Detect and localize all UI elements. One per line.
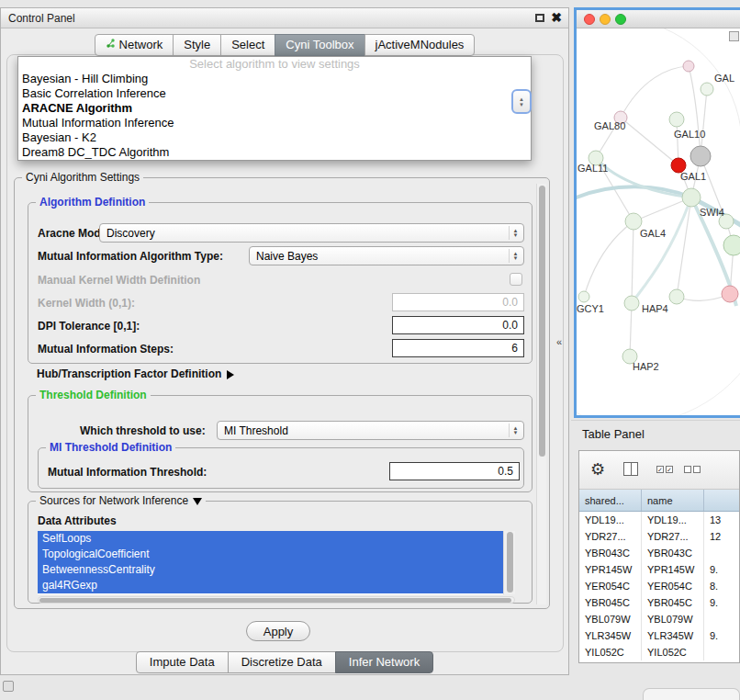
cell: YER054C <box>579 578 642 594</box>
node[interactable] <box>669 289 684 304</box>
node-gal10[interactable] <box>669 112 684 127</box>
mi-type-select[interactable]: Naive Bayes ▲▼ <box>249 246 524 265</box>
cell: 9. <box>704 594 739 611</box>
select-all-icon[interactable]: ✓✓ <box>656 466 673 473</box>
attribute-list-vscrollbar[interactable] <box>503 531 515 594</box>
algorithm-option-basic-correlation-inference[interactable]: Basic Correlation Inference <box>18 86 531 101</box>
cell: YBR043C <box>579 545 642 561</box>
divider <box>571 420 740 421</box>
cell <box>704 611 739 627</box>
bottom-tab-discretize-data[interactable]: Discretize Data <box>228 651 336 673</box>
tab-network[interactable]: Network <box>95 34 174 56</box>
apply-button[interactable]: Apply <box>246 621 310 641</box>
attribute-item-betweennesscentrality[interactable]: BetweennessCentrality <box>38 562 503 578</box>
float-window-icon[interactable] <box>535 14 544 22</box>
node-label: GAL4 <box>640 228 666 239</box>
node-label: GAL1 <box>680 171 706 182</box>
which-threshold-label: Which threshold to use: <box>80 424 206 437</box>
aracne-mode-select[interactable]: Discovery ▲▼ <box>99 223 524 243</box>
network-window-titlebar <box>577 10 740 28</box>
minimize-traffic-light-icon[interactable] <box>600 14 611 25</box>
node-label: HAP4 <box>642 303 668 314</box>
algorithm-option-mutual-information-inference[interactable]: Mutual Information Inference <box>18 116 531 130</box>
table-row[interactable]: YIL052CYIL052C <box>579 644 739 660</box>
kernel-width-input[interactable]: 0.0 <box>392 293 524 311</box>
cell: YLR345W <box>579 627 642 644</box>
dpi-tolerance-input[interactable]: 0.0 <box>392 316 524 334</box>
close-traffic-light-icon[interactable] <box>584 14 595 25</box>
zoom-traffic-light-icon[interactable] <box>615 14 626 25</box>
tab-jactivemnodules[interactable]: jActiveMNodules <box>364 34 476 56</box>
table-panel-window: ⚙ ✓✓ shared...name YDL19...YDL19...13YDR… <box>578 450 740 663</box>
node[interactable] <box>683 61 694 72</box>
sources-group-toggle[interactable]: Sources for Network Inference <box>36 494 206 507</box>
algorithm-select-stepper[interactable]: ▲▼ <box>511 89 532 114</box>
hub-section-toggle[interactable]: Hub/Transcription Factor Definition <box>37 367 234 380</box>
network-canvas[interactable]: GALGAL80GAL10GAL11GAL1SWI4GAL4GCY1HAP4HA… <box>577 28 740 415</box>
column-header[interactable]: name <box>642 490 704 511</box>
group-title: Cyni Algorithm Settings <box>22 171 143 184</box>
bottom-tab-infer-network[interactable]: Infer Network <box>335 651 433 673</box>
column-header[interactable]: shared... <box>579 490 642 511</box>
dropdown-items: Bayesian - Hill ClimbingBasic Correlatio… <box>18 72 531 160</box>
attribute-item-topologicalcoefficient[interactable]: TopologicalCoefficient <box>38 547 503 562</box>
manual-kernel-label: Manual Kernel Width Definition <box>38 274 200 287</box>
close-icon[interactable]: ✖ <box>551 10 562 25</box>
which-threshold-select[interactable]: MI Threshold ▲▼ <box>217 421 524 440</box>
node-gal1[interactable] <box>682 188 701 207</box>
node[interactable] <box>690 146 711 166</box>
hub-section-label: Hub/Transcription Factor Definition <box>37 367 221 380</box>
tab-select[interactable]: Select <box>220 34 275 56</box>
manual-kernel-checkbox[interactable] <box>510 273 522 286</box>
algorithm-option-bayesian-k2[interactable]: Bayesian - K2 <box>18 130 531 145</box>
collapsed-arrow-icon <box>227 370 234 379</box>
algorithm-option-dream8-dc-tdc-algorithm[interactable]: Dream8 DC_TDC Algorithm <box>18 145 531 160</box>
bottom-tab-impute-data[interactable]: Impute Data <box>136 651 229 673</box>
cell: 9. <box>704 627 739 644</box>
node[interactable] <box>722 286 738 302</box>
gear-icon[interactable]: ⚙ <box>590 459 605 480</box>
cell: YBR045C <box>579 594 642 611</box>
cell: YBR045C <box>642 594 704 611</box>
bottom-right-scrollbar[interactable] <box>643 688 740 700</box>
table-row[interactable]: YPR145WYPR145W9. <box>579 561 739 578</box>
node-gcy1[interactable] <box>578 291 589 302</box>
group-title: Algorithm Definition <box>36 196 149 209</box>
table-row[interactable]: YLR345WYLR345W9. <box>579 627 739 644</box>
node-gal[interactable] <box>701 83 713 96</box>
attribute-item-selfloops[interactable]: SelfLoops <box>38 531 503 547</box>
node[interactable] <box>723 235 740 255</box>
edge <box>689 66 701 156</box>
cell: YER054C <box>642 578 704 594</box>
mi-threshold-input[interactable]: 0.5 <box>389 462 520 480</box>
settings-scrollbar[interactable] <box>536 184 546 604</box>
network-view-window[interactable]: GALGAL80GAL10GAL11GAL1SWI4GAL4GCY1HAP4HA… <box>574 7 740 418</box>
attribute-list: SelfLoopsTopologicalCoefficientBetweenne… <box>38 531 515 594</box>
table-row[interactable]: YDL19...YDL19...13 <box>579 512 739 528</box>
algorithm-option-bayesian-hill-climbing[interactable]: Bayesian - Hill Climbing <box>18 72 531 86</box>
tab-cyni-toolbox[interactable]: Cyni Toolbox <box>275 34 364 56</box>
tab-style[interactable]: Style <box>173 34 221 56</box>
sources-group-title: Sources for Network Inference <box>39 494 188 507</box>
panel-grip-icon[interactable] <box>3 681 14 692</box>
birds-eye-view-icon[interactable] <box>729 31 739 41</box>
column-chooser-icon[interactable] <box>623 462 638 476</box>
table-row[interactable]: YBR045CYBR045C9. <box>579 594 739 611</box>
edge <box>577 186 691 199</box>
table-row[interactable]: YBL079WYBL079W <box>579 611 739 627</box>
algorithm-option-aracne-algorithm[interactable]: ARACNE Algorithm <box>18 101 531 116</box>
cell <box>704 545 739 561</box>
column-header[interactable] <box>704 490 739 511</box>
table-row[interactable]: YER054CYER054C8. <box>579 578 739 594</box>
deselect-all-icon[interactable] <box>684 466 701 473</box>
attribute-item-gal4rgexp[interactable]: gal4RGexp <box>38 578 503 593</box>
node-label: GAL <box>714 73 734 84</box>
node-label: SWI4 <box>700 207 724 218</box>
mi-threshold-label: Mutual Information Threshold: <box>48 466 207 479</box>
attribute-list-hscrollbar[interactable] <box>38 596 515 604</box>
table-row[interactable]: YBR043CYBR043C <box>579 545 739 561</box>
splitter-collapse-button[interactable]: « <box>556 336 562 347</box>
table-row[interactable]: YDR27...YDR27...12 <box>579 528 739 545</box>
mi-steps-input[interactable]: 6 <box>392 339 524 357</box>
node-hap4[interactable] <box>624 296 639 310</box>
